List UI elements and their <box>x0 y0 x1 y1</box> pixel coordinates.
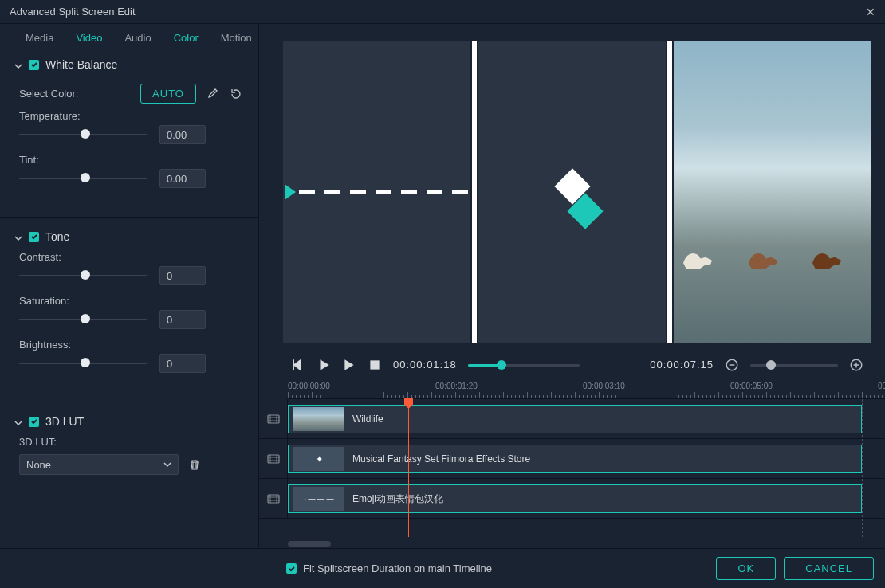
svg-rect-5 <box>268 495 279 503</box>
titlebar: Advanced Split Screen Edit ✕ <box>0 0 885 24</box>
tint-slider[interactable] <box>19 172 147 185</box>
clip-thumbnail: · — — — <box>293 487 344 511</box>
timeline-clip[interactable]: · — — —Emoji动画表情包汉化 <box>288 484 862 513</box>
svg-rect-3 <box>268 415 279 423</box>
auto-button[interactable]: AUTO <box>140 84 196 104</box>
track-head-icon[interactable] <box>259 439 288 478</box>
current-time: 00:00:01:18 <box>393 359 457 370</box>
divider <box>0 217 258 218</box>
progress-bar[interactable] <box>468 359 580 370</box>
clip-label: Musical Fantasy Set Filmora Effects Stor… <box>352 453 530 465</box>
tab-audio[interactable]: Audio <box>113 32 162 44</box>
ruler-label: 00:00:00:00 <box>288 382 330 390</box>
lut-field-label: 3D LUT: <box>19 436 244 448</box>
temperature-slider[interactable] <box>19 128 147 141</box>
zoom-out-button[interactable] <box>725 358 739 372</box>
saturation-input[interactable] <box>159 310 206 329</box>
clip-label: Wildlife <box>352 414 384 425</box>
checkbox-tone[interactable] <box>29 232 39 242</box>
temperature-label: Temperature: <box>19 110 244 122</box>
ruler-label: 00:00:05:00 <box>730 382 773 390</box>
tint-label: Tint: <box>19 154 244 166</box>
duration-time: 00:00:07:15 <box>650 359 714 370</box>
clip-thumbnail: ✦ <box>293 447 344 471</box>
fit-duration-label: Fit Splitscreen Duration on main Timelin… <box>303 563 492 574</box>
arrow-icon <box>285 184 296 200</box>
zoom-in-button[interactable] <box>849 358 863 372</box>
playhead[interactable] <box>408 399 409 537</box>
checkbox-white-balance[interactable] <box>29 60 39 70</box>
checkbox-fit-duration[interactable] <box>286 563 297 574</box>
cancel-button[interactable]: CANCEL <box>784 557 874 580</box>
section-tone[interactable]: Tone <box>14 222 244 248</box>
prev-frame-button[interactable] <box>291 358 305 372</box>
timeline-clip[interactable]: Wildlife <box>288 405 862 433</box>
timeline-scrollbar[interactable] <box>288 541 331 547</box>
tab-media[interactable]: Media <box>14 32 65 44</box>
preview-area: 00:00:01:18 00:00:07:15 00:00:00:0000:00… <box>259 24 885 548</box>
contrast-input[interactable] <box>159 266 206 285</box>
tone-label: Tone <box>45 230 69 243</box>
temperature-input[interactable] <box>159 125 206 144</box>
brightness-slider[interactable] <box>19 357 147 370</box>
divider <box>0 402 258 402</box>
chevron-down-icon <box>14 233 22 241</box>
eyedropper-icon[interactable] <box>204 86 220 102</box>
track-row: · — — —Emoji动画表情包汉化 <box>259 479 885 519</box>
tab-color[interactable]: Color <box>163 32 210 44</box>
delete-icon[interactable] <box>187 457 203 472</box>
timeline-clip[interactable]: ✦Musical Fantasy Set Filmora Effects Sto… <box>288 445 862 473</box>
section-white-balance[interactable]: White Balance <box>14 50 244 76</box>
clip-thumbnail <box>293 407 344 431</box>
pane-divider[interactable] <box>667 41 672 343</box>
close-icon[interactable]: ✕ <box>866 6 875 18</box>
section-lut[interactable]: 3D LUT <box>14 407 244 433</box>
white-balance-label: White Balance <box>45 58 117 71</box>
chevron-down-icon <box>14 61 22 69</box>
next-frame-button[interactable] <box>342 358 356 372</box>
timeline-ruler[interactable]: 00:00:00:0000:00:01:2000:00:03:1000:00:0… <box>288 378 885 399</box>
zoom-slider[interactable] <box>750 359 838 370</box>
player-controls: 00:00:01:18 00:00:07:15 <box>259 351 885 378</box>
window-title: Advanced Split Screen Edit <box>10 6 136 18</box>
lut-dropdown[interactable]: None <box>19 454 179 475</box>
checkbox-lut[interactable] <box>29 417 39 427</box>
footer: Fit Splitscreen Duration on main Timelin… <box>0 548 885 588</box>
preview-pane-1 <box>283 41 470 343</box>
pane-divider[interactable] <box>472 41 477 343</box>
preview-canvas[interactable] <box>259 24 885 351</box>
stop-button[interactable] <box>368 358 382 372</box>
ruler-label: 00:00:01:20 <box>435 382 478 390</box>
tab-video[interactable]: Video <box>65 32 113 44</box>
saturation-label: Saturation: <box>19 295 244 307</box>
ruler-label: 00:00:06:20 <box>878 382 885 390</box>
ruler-label: 00:00:03:10 <box>583 382 625 390</box>
chevron-down-icon <box>14 417 22 425</box>
dashed-line <box>299 190 470 194</box>
chevron-down-icon <box>163 459 171 471</box>
saturation-slider[interactable] <box>19 313 147 326</box>
tab-motion[interactable]: Motion <box>210 32 263 44</box>
tint-input[interactable] <box>159 169 206 188</box>
track-head-icon[interactable] <box>259 479 288 518</box>
reset-icon[interactable] <box>228 86 244 102</box>
sidebar: Media Video Audio Color Motion White Bal… <box>0 24 259 548</box>
lut-label: 3D LUT <box>45 415 84 428</box>
contrast-slider[interactable] <box>19 269 147 282</box>
tabs: Media Video Audio Color Motion <box>0 24 258 50</box>
timeline-tracks: Wildlife✦Musical Fantasy Set Filmora Eff… <box>259 399 885 537</box>
brightness-label: Brightness: <box>19 339 244 351</box>
play-button[interactable] <box>317 358 331 372</box>
svg-rect-4 <box>268 455 279 463</box>
ok-button[interactable]: OK <box>716 557 776 580</box>
lut-value: None <box>26 459 51 471</box>
track-row: Wildlife <box>259 399 885 439</box>
svg-rect-0 <box>370 360 379 369</box>
track-head-icon[interactable] <box>259 399 288 438</box>
brightness-input[interactable] <box>159 354 206 373</box>
track-row: ✦Musical Fantasy Set Filmora Effects Sto… <box>259 439 885 479</box>
preview-pane-2 <box>478 41 666 343</box>
timeline: 00:00:00:0000:00:01:2000:00:03:1000:00:0… <box>259 378 885 548</box>
select-color-label: Select Color: <box>19 88 78 100</box>
preview-pane-3 <box>674 41 871 343</box>
